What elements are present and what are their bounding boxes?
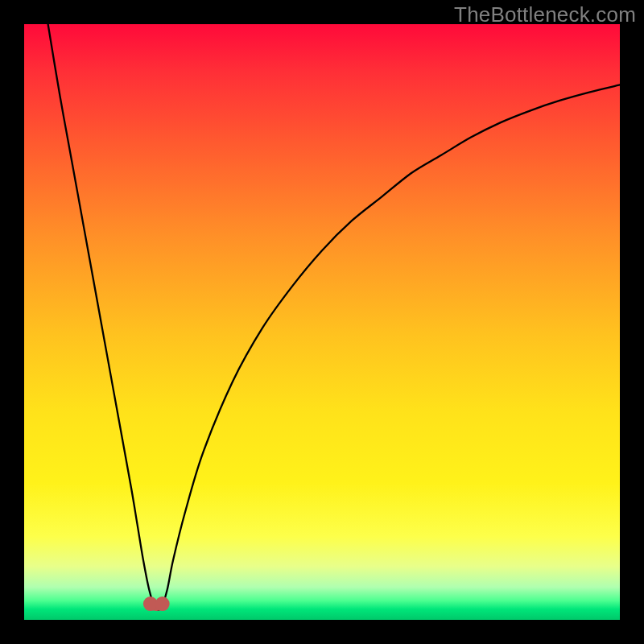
plot-area bbox=[24, 24, 620, 620]
minimum-marker bbox=[155, 597, 170, 611]
curve-layer bbox=[24, 24, 620, 620]
minimum-markers bbox=[143, 597, 170, 611]
chart-frame: TheBottleneck.com bbox=[0, 0, 644, 644]
bottleneck-curve bbox=[48, 24, 620, 610]
